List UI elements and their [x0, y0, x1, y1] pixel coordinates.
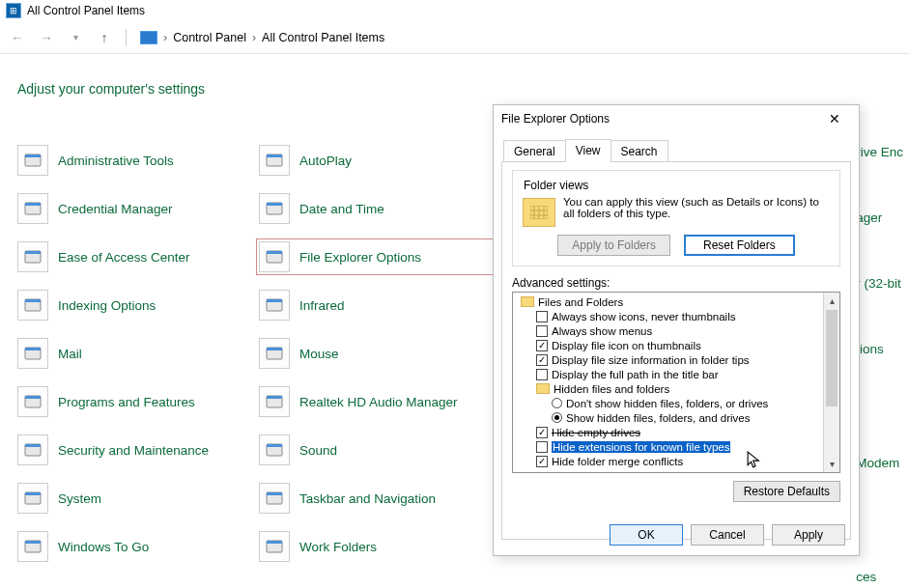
restore-defaults-button[interactable]: Restore Defaults	[733, 481, 840, 502]
checkbox[interactable]: ✓	[536, 456, 548, 467]
tree-row[interactable]: ✓Hide empty drives	[515, 425, 838, 439]
folder-views-group: Folder views You can apply this view (su…	[512, 170, 840, 266]
cp-item-partial[interactable]: Modem	[856, 456, 909, 487]
checkbox[interactable]	[536, 441, 548, 453]
file-explorer-options-dialog: File Explorer Options ✕ General View Sea…	[493, 104, 860, 556]
tree-row[interactable]: Display the full path in the title bar	[515, 367, 838, 381]
mail-icon	[17, 338, 48, 369]
cp-titlebar: ⊞ All Control Panel Items	[0, 0, 909, 21]
tree-row[interactable]: Don't show hidden files, folders, or dri…	[515, 396, 838, 410]
close-button[interactable]: ✕	[818, 108, 851, 129]
chevron-right-icon: ›	[252, 31, 256, 44]
apply-button[interactable]: Apply	[772, 524, 845, 546]
checkbox[interactable]	[536, 325, 548, 337]
cp-item-mouse[interactable]: Mouse	[259, 338, 491, 369]
cp-item-taskbar-and-navigation[interactable]: Taskbar and Navigation	[259, 483, 491, 514]
checkbox[interactable]	[536, 311, 548, 322]
scrollbar-vertical[interactable]: ▴ ▾	[823, 293, 839, 472]
cp-item-administrative-tools[interactable]: Administrative Tools	[17, 145, 249, 176]
cp-item-programs-and-features[interactable]: Programs and Features	[17, 386, 249, 417]
cp-item-label: Windows To Go	[58, 540, 149, 554]
cp-item-work-folders[interactable]: Work Folders	[259, 531, 491, 562]
cp-item-system[interactable]: System	[17, 483, 249, 514]
cp-items-grid: Administrative ToolsAutoPlayCredential M…	[17, 145, 491, 562]
forward-button[interactable]: →	[35, 26, 58, 49]
programs-icon	[17, 386, 48, 417]
cp-item-file-explorer-options[interactable]: File Explorer Options	[259, 241, 491, 272]
cp-item-mail[interactable]: Mail	[17, 338, 249, 369]
tree-row[interactable]: Hidden files and folders	[515, 381, 838, 396]
tree-row[interactable]: Hide extensions for known file types	[515, 439, 838, 454]
tree-row[interactable]: Always show menus	[515, 323, 838, 338]
checkbox[interactable]: ✓	[536, 340, 548, 351]
dialog-title: File Explorer Options	[501, 112, 610, 126]
scroll-down-button[interactable]: ▾	[824, 456, 839, 472]
ease-icon	[17, 241, 48, 272]
tab-general[interactable]: General	[503, 140, 566, 162]
breadcrumb[interactable]: › Control Panel › All Control Panel Item…	[136, 29, 388, 46]
control-panel-icon	[140, 31, 157, 44]
tab-view[interactable]: View	[565, 139, 611, 162]
tree-row[interactable]: ✓Display file size information in folder…	[515, 352, 838, 367]
svg-rect-7	[267, 203, 282, 206]
svg-rect-13	[25, 299, 41, 302]
cp-item-autoplay[interactable]: AutoPlay	[259, 145, 491, 176]
svg-rect-27	[267, 444, 282, 447]
cp-item-partial[interactable]: r (32-bit	[856, 276, 909, 307]
cp-item-label: Work Folders	[299, 540, 377, 554]
clock-icon	[259, 193, 290, 224]
dialog-button-row: OK Cancel Apply	[610, 524, 845, 546]
credential-icon	[17, 193, 48, 224]
cp-item-partial[interactable]: ces	[856, 570, 909, 588]
scroll-thumb[interactable]	[826, 310, 838, 406]
flag-icon	[17, 434, 48, 465]
scroll-up-button[interactable]: ▴	[824, 293, 839, 309]
cp-item-date-and-time[interactable]: Date and Time	[259, 193, 491, 224]
svg-rect-31	[267, 492, 282, 495]
cp-item-indexing-options[interactable]: Indexing Options	[17, 290, 249, 321]
apply-to-folders-button[interactable]: Apply to Folders	[557, 235, 670, 256]
reset-folders-button[interactable]: Reset Folders	[684, 235, 795, 256]
cp-item-infrared[interactable]: Infrared	[259, 290, 491, 321]
up-button[interactable]: ↑	[93, 26, 116, 49]
cp-item-label: Administrative Tools	[58, 154, 174, 168]
cp-item-partial[interactable]: rive Enc	[856, 145, 909, 176]
cp-item-credential-manager[interactable]: Credential Manager	[17, 193, 249, 224]
back-button[interactable]: ←	[6, 26, 29, 49]
breadcrumb-segment[interactable]: All Control Panel Items	[262, 31, 384, 44]
tree-row[interactable]: ✓Display file icon on thumbnails	[515, 338, 838, 352]
checkbox[interactable]: ✓	[536, 427, 548, 438]
cp-item-partial[interactable]: ager	[856, 210, 909, 241]
svg-rect-21	[25, 396, 41, 399]
svg-rect-15	[267, 299, 282, 302]
tree-row[interactable]: Files and Folders	[515, 294, 838, 309]
cp-item-realtek-hd-audio-manager[interactable]: Realtek HD Audio Manager	[259, 386, 491, 417]
ok-button[interactable]: OK	[610, 524, 683, 546]
infrared-icon	[259, 290, 290, 321]
cp-item-label: Taskbar and Navigation	[299, 491, 436, 506]
cp-item-security-and-maintenance[interactable]: Security and Maintenance	[17, 434, 249, 465]
tree-row[interactable]: Always show icons, never thumbnails	[515, 309, 838, 323]
tree-row[interactable]: ✓Hide folder merge conflicts	[515, 454, 838, 468]
recent-dropdown[interactable]: ▾	[64, 26, 87, 49]
advanced-settings-tree[interactable]: Files and FoldersAlways show icons, neve…	[512, 292, 840, 473]
breadcrumb-segment[interactable]: Control Panel	[173, 31, 246, 44]
svg-rect-23	[267, 396, 282, 399]
cancel-button[interactable]: Cancel	[691, 524, 764, 546]
radio[interactable]	[552, 412, 562, 423]
cp-item-sound[interactable]: Sound	[259, 434, 491, 465]
cp-item-label: System	[58, 491, 101, 506]
checkbox[interactable]: ✓	[536, 354, 548, 366]
cp-item-ease-of-access-center[interactable]: Ease of Access Center	[17, 241, 249, 272]
tree-label: Display the full path in the title bar	[552, 369, 719, 380]
tab-search[interactable]: Search	[611, 140, 668, 162]
radio[interactable]	[552, 398, 562, 408]
workfolder-icon	[259, 531, 290, 562]
cp-window-title: All Control Panel Items	[27, 4, 145, 17]
checkbox[interactable]	[536, 369, 548, 380]
cp-item-windows-to-go[interactable]: Windows To Go	[17, 531, 249, 562]
tree-label: Hide empty drives	[552, 427, 640, 438]
cp-item-partial[interactable]: tions	[856, 342, 909, 373]
tree-row[interactable]: Show hidden files, folders, and drives	[515, 410, 838, 425]
cp-item-label: Indexing Options	[58, 298, 156, 313]
